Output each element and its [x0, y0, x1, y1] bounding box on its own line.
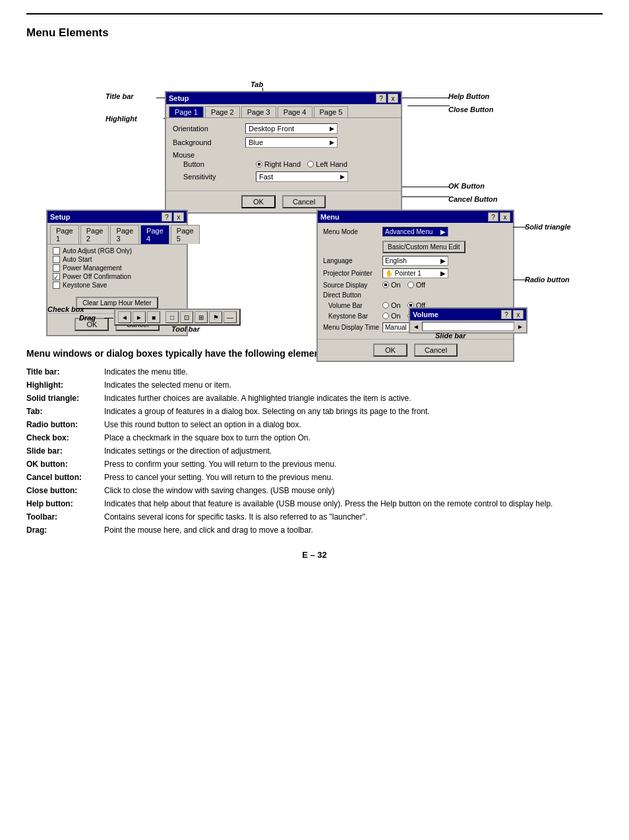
- menu-mode-label: Menu Mode: [323, 228, 382, 235]
- volume-close-btn[interactable]: x: [513, 310, 524, 319]
- desc-row: Slide bar:Indicates settings or the dire…: [26, 444, 603, 458]
- slide-track[interactable]: [422, 322, 514, 331]
- right-hand-radio[interactable]: Right Hand: [256, 160, 301, 168]
- sensitivity-arrow: ▶: [340, 173, 345, 180]
- tb-dash-btn[interactable]: —: [224, 311, 237, 323]
- desc-def: Indicates the selected menu or item.: [99, 378, 603, 392]
- toolbar: ◄ ► ■ □ ⊡ ⊞ ⚑ —: [114, 309, 241, 326]
- ks-on-radio[interactable]: On: [382, 312, 401, 320]
- checkbox-power-off[interactable]: Power Off Confirmation: [53, 273, 181, 280]
- menu-help-btn[interactable]: ?: [488, 212, 498, 222]
- tb-plus-btn[interactable]: ⊞: [195, 311, 208, 323]
- tab-page5-large[interactable]: Page 5: [314, 106, 349, 117]
- large-cancel-button[interactable]: Cancel: [282, 195, 326, 208]
- mouse-button-label: Button: [183, 160, 256, 168]
- checkbox-power-mgmt[interactable]: Power Management: [53, 264, 181, 272]
- tb-grid-btn[interactable]: ⊡: [180, 311, 193, 323]
- slide-right-arrow: ►: [517, 323, 524, 330]
- small-tab-page2[interactable]: Page 2: [80, 225, 109, 244]
- tab-page2-large[interactable]: Page 2: [205, 106, 240, 117]
- pointer-value: ✋ Pointer 1: [385, 270, 421, 277]
- checkbox-auto-start[interactable]: Auto Start: [53, 256, 181, 263]
- orientation-dropdown[interactable]: Desktop Front ▶: [245, 123, 338, 134]
- large-setup-help-btn[interactable]: ?: [376, 94, 386, 103]
- desc-term: Slide bar:: [26, 444, 99, 458]
- cb-auto-start: [53, 256, 60, 263]
- source-on-label: On: [391, 281, 401, 289]
- page-number: E – 32: [26, 550, 603, 560]
- sensitivity-dropdown[interactable]: Fast ▶: [256, 171, 348, 182]
- small-tab-page5[interactable]: Page 5: [171, 225, 200, 244]
- small-help-btn[interactable]: ?: [162, 212, 172, 222]
- checkbox-keystone[interactable]: Keystone Save: [53, 282, 181, 289]
- tab-page4-large[interactable]: Page 4: [278, 106, 313, 117]
- menu-mode-arrow: ▶: [440, 228, 446, 235]
- menu-mode-value: Advanced Menu: [385, 228, 433, 235]
- source-off-label: Off: [416, 281, 425, 289]
- volume-help-btn[interactable]: ?: [501, 310, 512, 319]
- background-row: Background Blue ▶: [173, 137, 394, 148]
- tb-back-btn[interactable]: ◄: [118, 311, 131, 323]
- desc-def: Press to confirm your setting. You will …: [99, 458, 603, 471]
- cb-keystone: [53, 282, 60, 289]
- menu-mode-control: Advanced Menu ▶: [382, 227, 508, 237]
- left-hand-dot: [307, 161, 314, 167]
- desc-def: Indicates settings or the direction of a…: [99, 444, 603, 458]
- desc-def: Indicates that help about that feature i…: [99, 497, 603, 510]
- desc-def: Indicates the menu title.: [99, 365, 603, 378]
- language-dropdown[interactable]: English ▶: [382, 256, 448, 266]
- desc-row: Close button:Click to close the window w…: [26, 484, 603, 497]
- small-tab-page1[interactable]: Page 1: [50, 225, 79, 244]
- vol-on-radio[interactable]: On: [382, 301, 401, 309]
- menu-title-buttons: ? x: [488, 212, 510, 222]
- mouse-section: Mouse Button Right Hand: [173, 151, 394, 182]
- tb-stop-btn[interactable]: ■: [147, 311, 160, 323]
- menu-title: Menu: [320, 213, 340, 221]
- menu-ok-button[interactable]: OK: [373, 344, 407, 357]
- volume-dialog: Volume ? x ◄ ►: [409, 307, 527, 334]
- ann-help-button: Help Button: [448, 92, 489, 100]
- pointer-dropdown[interactable]: ✋ Pointer 1 ▶: [382, 268, 448, 278]
- large-setup-tabs: Page 1 Page 2 Page 3 Page 4 Page 5: [166, 104, 401, 118]
- mouse-button-row: Button Right Hand Left Hand: [183, 160, 394, 168]
- custom-edit-btn[interactable]: Basic/Custom Menu Edit: [382, 241, 465, 253]
- desc-row: Help button:Indicates that help about th…: [26, 497, 603, 510]
- tb-icon-btn[interactable]: ⚑: [209, 311, 222, 323]
- language-arrow: ▶: [440, 257, 446, 264]
- menu-close-btn[interactable]: x: [500, 212, 510, 222]
- clear-lamp-btn[interactable]: Clear Lamp Hour Meter: [76, 297, 158, 309]
- setup-dialog-large: Setup ? x Page 1 Page 2 Page 3 Page 4 Pa…: [165, 91, 402, 214]
- background-dropdown[interactable]: Blue ▶: [245, 137, 338, 148]
- large-ok-button[interactable]: OK: [241, 195, 276, 208]
- small-tab-page4[interactable]: Page 4: [140, 225, 169, 244]
- desc-def: Indicates further choices are available.…: [99, 392, 603, 405]
- desc-def: Click to close the window with saving ch…: [99, 484, 603, 497]
- menu-display-time-value: Manual: [385, 324, 407, 331]
- tb-box-btn[interactable]: □: [165, 311, 179, 323]
- left-hand-radio[interactable]: Left Hand: [307, 160, 347, 168]
- source-on-radio[interactable]: On: [382, 281, 401, 289]
- source-off-radio[interactable]: Off: [407, 281, 425, 289]
- tab-page3-large[interactable]: Page 3: [241, 106, 276, 117]
- right-hand-dot: [256, 161, 262, 167]
- menu-mode-dropdown[interactable]: Advanced Menu ▶: [382, 227, 448, 237]
- tb-forward-btn[interactable]: ►: [133, 311, 146, 323]
- small-tab-page3[interactable]: Page 3: [110, 225, 139, 244]
- ann-drag: Drag: [79, 314, 96, 322]
- tab-page1-large[interactable]: Page 1: [169, 106, 204, 117]
- menu-cancel-button[interactable]: Cancel: [414, 344, 458, 357]
- top-rule: [26, 13, 603, 15]
- slide-bar-row: ◄ ►: [410, 320, 526, 332]
- orientation-row: Orientation Desktop Front ▶: [173, 123, 394, 134]
- large-setup-close-btn[interactable]: x: [388, 94, 398, 103]
- desc-def: Point the mouse here, and click and drag…: [99, 524, 603, 537]
- small-close-btn[interactable]: x: [173, 212, 184, 222]
- desc-row: Title bar:Indicates the menu title.: [26, 365, 603, 378]
- desc-term: Close button:: [26, 484, 99, 497]
- diagram-area: Title bar Tab Help Button Close Button H…: [26, 51, 603, 335]
- desc-term: Solid triangle:: [26, 392, 99, 405]
- pointer-row: Projector Pointer ✋ Pointer 1 ▶: [323, 268, 508, 278]
- direct-btn-label: Direct Button: [323, 291, 382, 299]
- checkbox-auto-adjust[interactable]: Auto Adjust (RGB Only): [53, 247, 181, 255]
- language-label: Language: [323, 257, 382, 264]
